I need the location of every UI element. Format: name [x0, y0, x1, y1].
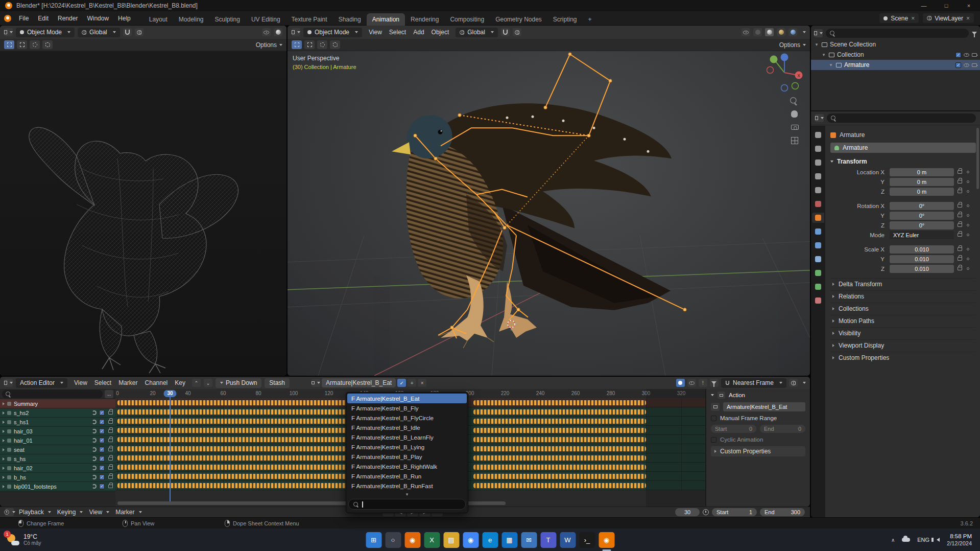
options-dropdown[interactable]: Options — [256, 41, 282, 49]
push-down-button[interactable]: Push Down — [216, 378, 261, 388]
viewlayer-remove-icon[interactable]: × — [966, 15, 970, 22]
keyframe-strip[interactable] — [473, 455, 646, 461]
tab-material[interactable] — [812, 295, 824, 306]
exclude-checkbox[interactable]: ✓ — [955, 52, 961, 58]
keyframe-strip[interactable] — [117, 483, 348, 488]
channel-row[interactable]: Summary ✓ — [0, 399, 115, 408]
shading-material-icon[interactable] — [777, 28, 785, 36]
manual-frame-range-checkbox[interactable] — [711, 416, 716, 421]
maximize-button[interactable]: □ — [935, 0, 958, 11]
menu-view[interactable]: View — [70, 378, 91, 388]
only-selected-toggle[interactable] — [676, 379, 685, 387]
modifier-wrench-icon[interactable] — [92, 466, 97, 470]
outliner-row[interactable]: ▾ Scene Collection ✓ — [811, 39, 980, 50]
select-box-tool[interactable] — [17, 40, 27, 49]
close-button[interactable]: × — [958, 0, 980, 11]
keyframe-strip[interactable] — [117, 400, 348, 405]
value-field[interactable]: 0 m — [890, 168, 954, 176]
shading-wireframe-icon[interactable] — [753, 28, 762, 36]
start-frame-field[interactable]: Start 0 — [711, 425, 756, 433]
lock-icon[interactable] — [108, 457, 113, 461]
dropdown-search-input[interactable] — [348, 499, 466, 510]
menu-render[interactable]: Render — [53, 13, 82, 24]
animate-decorator-icon[interactable] — [967, 214, 969, 217]
end-frame-field[interactable]: End 0 — [760, 425, 805, 433]
modifier-wrench-icon[interactable] — [92, 484, 97, 489]
menu-select[interactable]: Select — [386, 27, 410, 37]
tab-geometry-nodes[interactable]: Geometry Nodes — [490, 13, 547, 26]
current-frame-field[interactable]: 30 — [675, 508, 700, 516]
disable-render-icon[interactable] — [972, 53, 977, 57]
tab-uv-editing[interactable]: UV Editing — [246, 13, 286, 26]
timeline-editor-icon[interactable] — [5, 508, 14, 516]
channel-row[interactable]: hair_01 ✓ — [0, 436, 115, 445]
transform-panel-header[interactable]: Transform — [830, 156, 976, 167]
navigation-gizmo[interactable]: X — [765, 53, 804, 92]
tab-constraints[interactable] — [812, 254, 824, 264]
scene-selector[interactable]: Scene × — [879, 13, 919, 23]
keyframe-strip[interactable] — [117, 437, 348, 442]
orientation-select[interactable]: Global — [456, 28, 498, 37]
modifier-wrench-icon[interactable] — [92, 420, 97, 424]
snap-magnet-icon[interactable] — [123, 28, 132, 36]
channel-row[interactable]: s_hs2 ✓ — [0, 408, 115, 418]
editor-type-icon[interactable] — [4, 28, 13, 36]
keyframe-strip[interactable] — [117, 474, 348, 479]
edge-icon[interactable]: e — [482, 532, 498, 548]
animate-decorator-icon[interactable] — [967, 258, 969, 260]
end-frame-field[interactable]: End 300 — [760, 508, 805, 516]
tab-rendering[interactable]: Rendering — [405, 13, 444, 26]
channel-enable-checkbox[interactable]: ✓ — [99, 474, 105, 480]
excel-icon[interactable]: X — [424, 532, 440, 548]
value-field[interactable]: 0.010 — [890, 255, 954, 263]
animate-decorator-icon[interactable] — [967, 190, 969, 193]
hide-eye-icon[interactable] — [964, 63, 969, 67]
channel-enable-checkbox[interactable]: ✓ — [99, 428, 105, 434]
lock-icon[interactable] — [958, 190, 962, 193]
modifier-wrench-icon[interactable] — [92, 456, 97, 461]
store-icon[interactable]: ▦ — [501, 532, 517, 548]
keyframe-strip[interactable] — [117, 428, 348, 433]
expand-collapse-icon[interactable]: ↔ — [105, 390, 113, 398]
value-field[interactable]: 0 m — [890, 178, 954, 186]
keyframe-strip[interactable] — [117, 409, 348, 415]
tab-compositing[interactable]: Compositing — [444, 13, 490, 26]
tab-output[interactable] — [812, 157, 824, 168]
tab-scene[interactable] — [812, 185, 824, 195]
tab-texture-paint[interactable]: Texture Paint — [286, 13, 333, 26]
keyframe-strip[interactable] — [473, 465, 646, 470]
layer-down-icon[interactable]: ⌄ — [204, 379, 212, 387]
animate-decorator-icon[interactable] — [967, 267, 969, 270]
wireframe-canvas[interactable] — [0, 51, 286, 376]
language-indicator[interactable]: ENG — [917, 537, 929, 543]
menu-channel[interactable]: Channel — [141, 378, 172, 388]
custom-properties-header[interactable]: Custom Properties — [711, 446, 805, 456]
select-tweak-tool[interactable] — [4, 40, 14, 49]
action-menu-item[interactable]: F Armature|Kestrel_B_Fly — [346, 403, 468, 413]
select-tweak-tool[interactable] — [292, 40, 302, 49]
menu-marker[interactable]: Marker — [115, 378, 141, 388]
lock-icon[interactable] — [108, 439, 113, 442]
scene-unlink-icon[interactable]: × — [911, 15, 915, 22]
panel-section-header[interactable]: Visibility — [830, 327, 976, 339]
select-box-tool[interactable] — [304, 40, 315, 49]
channel-row[interactable]: s_hs ✓ — [0, 454, 115, 464]
tab-world[interactable] — [812, 199, 824, 209]
keyframe-strip[interactable] — [117, 446, 348, 451]
filter-funnel-icon[interactable] — [710, 379, 719, 387]
channel-search-input[interactable] — [2, 390, 103, 398]
channel-row[interactable]: seat ✓ — [0, 445, 115, 454]
cyclic-animation-checkbox[interactable] — [711, 437, 716, 443]
tab-object[interactable] — [812, 213, 824, 223]
menu-object[interactable]: Object — [428, 27, 453, 37]
channel-enable-checkbox[interactable]: ✓ — [99, 484, 105, 489]
outliner-search-input[interactable] — [826, 29, 969, 38]
modifier-wrench-icon[interactable] — [92, 447, 97, 452]
stash-button[interactable]: Stash — [265, 378, 290, 388]
action-menu-item[interactable]: F Armature|Kestrel_B_RightWalk — [346, 462, 468, 471]
editor-type-icon[interactable] — [4, 379, 13, 387]
modifier-wrench-icon[interactable] — [92, 475, 97, 479]
unlink-action-icon[interactable]: × — [418, 379, 426, 387]
taskbar-clock[interactable]: 8:58 PM 2/12/2024 — [947, 533, 972, 547]
menu-file[interactable]: File — [14, 13, 33, 24]
